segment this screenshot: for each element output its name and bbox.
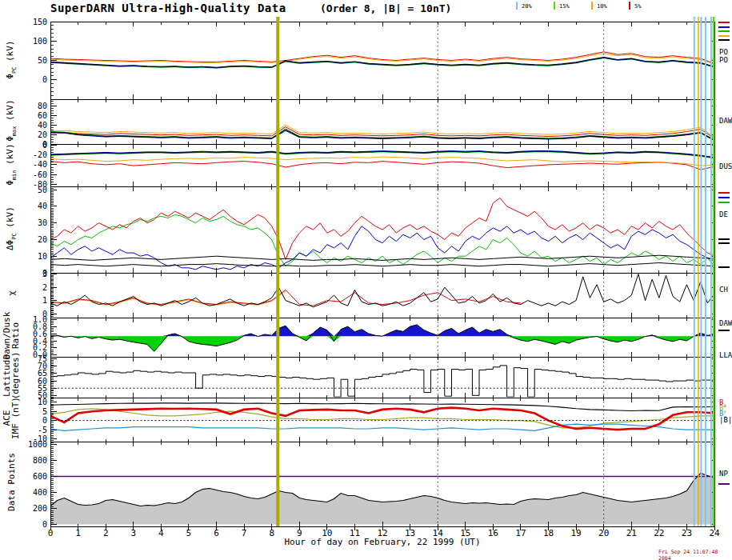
svg-text:1000: 1000 [28, 440, 47, 449]
svg-text:0: 0 [42, 75, 47, 84]
svg-text:1: 1 [42, 296, 47, 305]
svg-text:-20: -20 [33, 150, 47, 159]
panel-frame-phi-min [50, 144, 714, 186]
svg-text:0: 0 [42, 141, 47, 150]
svg-text:60: 60 [38, 111, 47, 120]
right-legend-line-phi-pc [718, 26, 730, 28]
panel-series-ace-imf [50, 403, 714, 430]
area-npoints [50, 474, 714, 525]
panel-series-phi-min [50, 151, 714, 170]
panel-yticks-phi-max: 020406080 [38, 99, 714, 149]
fill-above-threshold [50, 325, 714, 336]
svg-text:80: 80 [38, 102, 47, 110]
superdarn-figure: SuperDARN Ultra-High-Quality Data (Order… [0, 0, 732, 560]
panel-series-phi-max [50, 125, 714, 141]
svg-text:400: 400 [33, 488, 47, 497]
series-red [50, 162, 714, 170]
right-legend-line-phi-pc [718, 39, 730, 41]
right-legend-line-chi [718, 266, 730, 268]
fill-below-threshold [50, 336, 714, 351]
panel-yticks-phi-min: 0-20-40-60-80 [33, 141, 714, 189]
panel-series-latitude [50, 366, 714, 397]
right-legend-line-delta-phi-pc [718, 202, 730, 203]
panel-yticks-phi-pc: 050100150 [33, 18, 714, 100]
svg-text:40: 40 [38, 202, 47, 210]
y-axis-label-data-points: Data Points [6, 422, 17, 542]
right-legend-line-dawn-dusk-ratio [718, 330, 730, 331]
svg-text:30: 30 [38, 218, 47, 227]
series-black [50, 58, 714, 68]
series-bz [50, 408, 714, 430]
panel-series-chi [50, 274, 714, 307]
svg-text:3: 3 [42, 270, 47, 278]
panel-yticks-chi: 0123 [42, 270, 714, 318]
series-black [50, 274, 714, 307]
svg-text:-40: -40 [33, 160, 47, 169]
series-black-lower [50, 263, 714, 266]
right-legend-line-delta-phi-pc [718, 192, 730, 194]
right-legend-line-phi-pc [718, 22, 730, 23]
render-timestamp: Fri Sep 24 11:07:48 2004 [658, 549, 732, 560]
panel-dawn-dusk-ratio: 0.00.20.40.60.81.0 [33, 315, 714, 360]
svg-text:20: 20 [38, 130, 47, 139]
panel-yticks-delta-phi-pc: 01020304050 [38, 186, 714, 278]
right-label-dawn-dusk-ratio: DAW [719, 319, 732, 327]
svg-text:0: 0 [42, 416, 47, 425]
x-axis-title: Hour of day on February, 22 1999 (UT) [50, 537, 714, 547]
panel-series-delta-phi-pc [50, 198, 714, 270]
panel-latitude: 505560657075 [38, 354, 714, 400]
svg-text:50: 50 [38, 186, 47, 194]
event-markers [278, 17, 714, 526]
right-legend-line-delta-phi-pc [718, 238, 730, 240]
panel-frame-chi [50, 273, 714, 318]
series-red [50, 290, 521, 306]
panel-series-data-points [50, 474, 714, 525]
right-legend-line-data-points [718, 483, 730, 485]
svg-text:100: 100 [33, 37, 47, 46]
series-red [50, 198, 714, 260]
svg-text:-5: -5 [38, 426, 47, 434]
right-legend-line-delta-phi-pc [718, 242, 730, 244]
right-label-delta-phi-pc: DE [719, 210, 728, 218]
svg-text:2: 2 [42, 283, 47, 292]
right-legend-line-phi-pc [718, 35, 730, 37]
panel-series-dawn-dusk-ratio [50, 325, 714, 351]
panel-data-points: 02004006008001000 [28, 440, 714, 529]
right-label-latitude: LLAT [719, 351, 732, 359]
right-label-phi-pc: PO [719, 56, 728, 64]
panel-phi-max: 020406080 [38, 99, 714, 149]
panel-series-phi-pc [50, 52, 714, 68]
svg-text:5: 5 [42, 407, 47, 416]
series-latitude-step [50, 366, 714, 397]
right-legend-line-phi-pc [718, 30, 730, 32]
svg-text:10: 10 [38, 398, 47, 406]
panel-phi-min: 0-20-40-60-80 [33, 141, 714, 189]
svg-text:20: 20 [38, 235, 47, 244]
panel-delta-phi-pc: 01020304050 [38, 186, 714, 278]
svg-text:-60: -60 [33, 170, 47, 179]
right-label-phi-min: DUS [719, 162, 732, 170]
panel-chi: 0123 [42, 270, 714, 318]
series-blue [50, 226, 714, 270]
svg-text:800: 800 [33, 456, 47, 465]
right-label-chi: CH [719, 286, 728, 294]
svg-text:50: 50 [38, 56, 47, 65]
svg-text:200: 200 [33, 504, 47, 513]
plot-canvas: 0501001500204060800-20-40-60-80010203040… [0, 0, 732, 560]
svg-text:40: 40 [38, 121, 47, 130]
right-legend-line-delta-phi-pc [718, 197, 730, 198]
right-label-ace-imf: |B| [719, 416, 732, 424]
panel-yticks-latitude: 505560657075 [38, 354, 714, 400]
panel-phi-pc: 050100150 [33, 18, 714, 100]
svg-text:600: 600 [33, 472, 47, 481]
panel-frame-latitude [50, 357, 714, 398]
svg-text:0: 0 [42, 520, 47, 529]
panel-ace-imf: -10-50510 [33, 398, 714, 443]
right-label-phi-max: DAW [719, 117, 732, 125]
right-label-data-points: NP [719, 470, 728, 478]
svg-text:75: 75 [38, 354, 47, 363]
series-by [50, 409, 714, 428]
right-label-phi-pc: PO [719, 48, 728, 56]
svg-text:1.0: 1.0 [33, 315, 47, 324]
svg-text:150: 150 [33, 18, 47, 26]
